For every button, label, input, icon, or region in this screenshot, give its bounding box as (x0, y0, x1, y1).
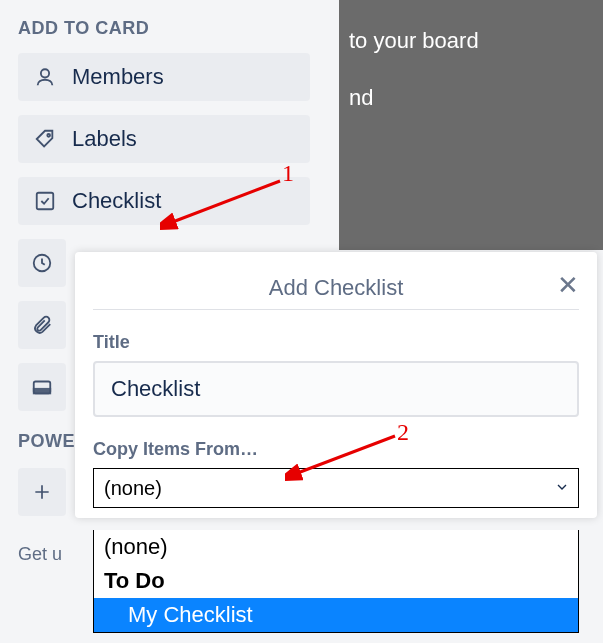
add-checklist-popover: Add Checklist ✕ Title Copy Items From… (… (75, 252, 597, 518)
checklist-title-input[interactable] (93, 361, 579, 417)
background-text-1: to your board (349, 24, 593, 57)
checklist-button[interactable]: Checklist (18, 177, 310, 225)
location-button[interactable] (18, 363, 66, 411)
card-icon (29, 374, 55, 400)
option-my-checklist[interactable]: My Checklist (94, 598, 578, 632)
option-todo[interactable]: To Do (94, 564, 578, 598)
copy-items-label: Copy Items From… (93, 439, 579, 460)
svg-point-1 (47, 134, 50, 137)
paperclip-icon (29, 312, 55, 338)
svg-rect-5 (34, 389, 51, 394)
option-none[interactable]: (none) (94, 530, 578, 564)
plus-icon (29, 479, 55, 505)
labels-label: Labels (72, 126, 137, 152)
svg-point-0 (41, 69, 49, 77)
title-field-label: Title (93, 332, 579, 353)
chevron-down-icon (554, 477, 570, 500)
tag-icon (32, 126, 58, 152)
attachment-button[interactable] (18, 301, 66, 349)
svg-rect-2 (37, 193, 54, 210)
background-text-2: nd (349, 81, 593, 114)
add-to-card-title: ADD TO CARD (18, 18, 321, 39)
popover-header: Add Checklist ✕ (93, 266, 579, 310)
add-powerup-button[interactable] (18, 468, 66, 516)
copy-items-dropdown[interactable]: (none) To Do My Checklist (93, 530, 579, 633)
labels-button[interactable]: Labels (18, 115, 310, 163)
copy-items-select[interactable]: (none) (93, 468, 579, 508)
dates-button[interactable] (18, 239, 66, 287)
selected-option-text: (none) (104, 477, 162, 500)
person-icon (32, 64, 58, 90)
checklist-label: Checklist (72, 188, 161, 214)
members-label: Members (72, 64, 164, 90)
clock-icon (29, 250, 55, 276)
popover-title: Add Checklist (269, 275, 404, 301)
background-panel: to your board nd (339, 0, 603, 250)
close-icon[interactable]: ✕ (557, 272, 579, 298)
checkbox-icon (32, 188, 58, 214)
members-button[interactable]: Members (18, 53, 310, 101)
